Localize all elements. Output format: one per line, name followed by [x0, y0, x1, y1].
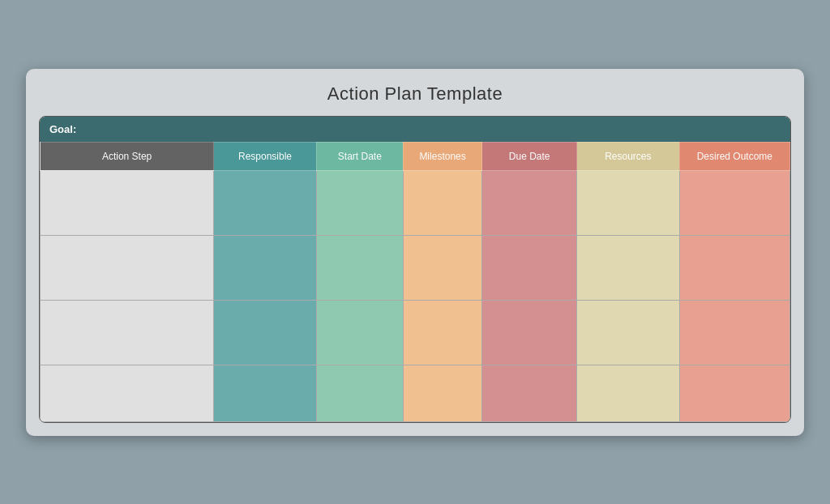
cell-duedate-2[interactable] — [482, 235, 577, 300]
cell-action-3[interactable] — [41, 300, 214, 365]
action-plan-card: Action Plan Template Goal: Action Step R… — [26, 69, 804, 436]
cell-responsible-3[interactable] — [214, 300, 317, 365]
page-title: Action Plan Template — [26, 69, 804, 116]
table-row — [41, 170, 790, 235]
cell-responsible-2[interactable] — [214, 235, 317, 300]
cell-startdate-2[interactable] — [316, 235, 403, 300]
cell-desired-4[interactable] — [679, 365, 789, 421]
action-table: Action Step Responsible Start Date Miles… — [40, 142, 790, 422]
cell-responsible-1[interactable] — [214, 170, 317, 235]
table-row — [41, 235, 790, 300]
cell-action-2[interactable] — [41, 235, 214, 300]
cell-desired-3[interactable] — [679, 300, 789, 365]
cell-milestones-4[interactable] — [403, 365, 481, 421]
table-container: Goal: Action Step Responsible Start Date… — [39, 116, 791, 423]
cell-milestones-1[interactable] — [403, 170, 481, 235]
cell-action-4[interactable] — [41, 365, 214, 421]
table-row — [41, 300, 790, 365]
cell-milestones-2[interactable] — [403, 235, 481, 300]
table-body — [41, 170, 790, 421]
header-start-date: Start Date — [316, 142, 403, 170]
header-due-date: Due Date — [482, 142, 577, 170]
table-header: Action Step Responsible Start Date Miles… — [41, 142, 790, 170]
cell-startdate-4[interactable] — [316, 365, 403, 421]
cell-desired-1[interactable] — [679, 170, 789, 235]
goal-label: Goal: — [49, 123, 76, 135]
header-row: Action Step Responsible Start Date Miles… — [41, 142, 790, 170]
cell-desired-2[interactable] — [679, 235, 789, 300]
header-milestones: Milestones — [403, 142, 481, 170]
cell-action-1[interactable] — [41, 170, 214, 235]
header-action-step: Action Step — [41, 142, 214, 170]
cell-startdate-3[interactable] — [316, 300, 403, 365]
cell-resources-3[interactable] — [577, 300, 680, 365]
goal-row: Goal: — [40, 117, 790, 142]
header-resources: Resources — [577, 142, 680, 170]
cell-resources-1[interactable] — [577, 170, 680, 235]
header-desired-outcome: Desired Outcome — [679, 142, 789, 170]
cell-responsible-4[interactable] — [214, 365, 317, 421]
header-responsible: Responsible — [214, 142, 317, 170]
cell-resources-4[interactable] — [577, 365, 680, 421]
cell-startdate-1[interactable] — [316, 170, 403, 235]
table-row — [41, 365, 790, 421]
cell-duedate-4[interactable] — [482, 365, 577, 421]
cell-duedate-1[interactable] — [482, 170, 577, 235]
cell-duedate-3[interactable] — [482, 300, 577, 365]
cell-resources-2[interactable] — [577, 235, 680, 300]
cell-milestones-3[interactable] — [403, 300, 481, 365]
